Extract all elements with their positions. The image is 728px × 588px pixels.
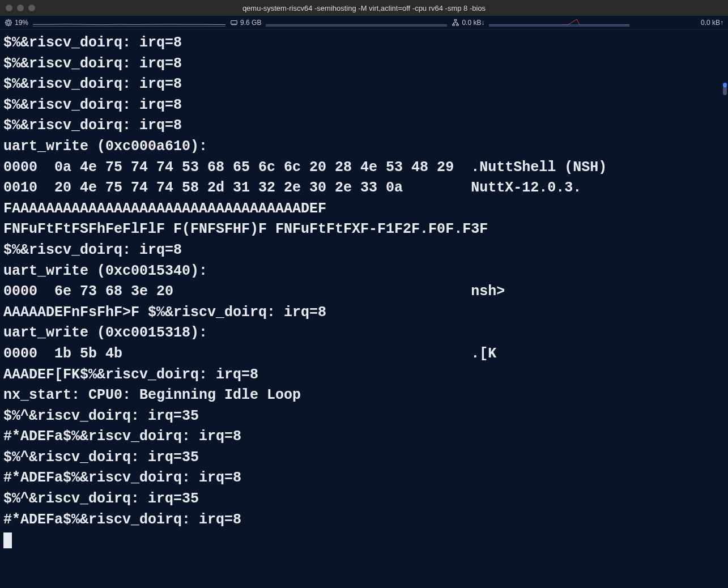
close-window-button[interactable]: [6, 5, 12, 11]
terminal-line: 0000 1b 5b 4b .[K: [3, 344, 720, 365]
terminal-line: uart_write (0xc0015318):: [3, 323, 720, 344]
terminal-line: $%&riscv_doirq: irq=8: [3, 116, 720, 137]
svg-rect-0: [6, 20, 11, 25]
terminal-line: nx_start: CPU0: Beginning Idle Loop: [3, 385, 720, 406]
terminal-line: $%&riscv_doirq: irq=8: [3, 95, 720, 116]
terminal-viewport[interactable]: $%&riscv_doirq: irq=8$%&riscv_doirq: irq…: [0, 29, 728, 588]
terminal-output[interactable]: $%&riscv_doirq: irq=8$%&riscv_doirq: irq…: [3, 33, 720, 585]
terminal-line: 0010 20 4e 75 74 74 58 2d 31 32 2e 30 2e…: [3, 178, 720, 199]
memory-stat: 9.6 GB: [230, 19, 261, 27]
terminal-line: #*ADEFa$%&riscv_doirq: irq=8: [3, 468, 720, 489]
terminal-line: 0000 6e 73 68 3e 20 nsh>: [3, 282, 720, 302]
terminal-cursor: [3, 532, 12, 548]
terminal-line: $%&riscv_doirq: irq=8: [3, 54, 720, 75]
terminal-line: FNFuFtFtFSFhFeFlFlF F(FNFSFHF)F FNFuFtFt…: [3, 219, 720, 240]
minimize-window-button[interactable]: [17, 5, 24, 11]
svg-rect-12: [453, 24, 455, 25]
terminal-line: 0000 0a 4e 75 74 74 53 68 65 6c 6c 20 28…: [3, 157, 720, 178]
memory-graph: [266, 19, 447, 27]
maximize-window-button[interactable]: [28, 5, 35, 11]
network-up-label: 0.0 kB↑: [701, 19, 723, 27]
network-graph: [489, 19, 629, 27]
network-down-label: 0.0 kB↓: [462, 19, 484, 27]
terminal-line: $%&riscv_doirq: irq=8: [3, 74, 720, 95]
window-controls: [6, 5, 35, 11]
terminal-line: $%&riscv_doirq: irq=8: [3, 33, 720, 54]
scrollbar-thumb[interactable]: [723, 86, 727, 95]
cpu-icon: [5, 19, 12, 27]
terminal-line: #*ADEFa$%&riscv_doirq: irq=8: [3, 510, 720, 531]
svg-rect-11: [455, 19, 457, 21]
svg-rect-13: [457, 24, 459, 25]
terminal-line: $%^&riscv_doirq: irq=35: [3, 489, 720, 510]
terminal-line: uart_write (0xc000a610):: [3, 137, 720, 157]
network-icon: [452, 19, 459, 27]
terminal-line: #*ADEFa$%&riscv_doirq: irq=8: [3, 427, 720, 448]
statusbar: 19% 9.6 GB 0: [0, 16, 728, 29]
terminal-line: AAADEF[FK$%&riscv_doirq: irq=8: [3, 365, 720, 386]
terminal-line: uart_write (0xc0015340):: [3, 261, 720, 282]
cpu-graph: [33, 19, 225, 27]
memory-icon: [230, 19, 238, 27]
terminal-cursor-line: [3, 530, 720, 551]
svg-rect-6: [231, 20, 237, 24]
titlebar: qemu-system-riscv64 -semihosting -M virt…: [0, 0, 728, 16]
cpu-stat: 19%: [5, 19, 28, 27]
svg-rect-1: [7, 21, 10, 23]
terminal-line: $%^&riscv_doirq: irq=35: [3, 448, 720, 468]
terminal-line: $%&riscv_doirq: irq=8: [3, 240, 720, 261]
cpu-percent-label: 19%: [15, 19, 28, 27]
memory-value-label: 9.6 GB: [240, 19, 261, 27]
scrollbar[interactable]: [723, 33, 727, 565]
network-stat: 0.0 kB↓: [452, 19, 484, 27]
terminal-line: $%^&riscv_doirq: irq=35: [3, 406, 720, 427]
terminal-line: AAAAADEFnFsFhF>F $%&riscv_doirq: irq=8: [3, 302, 720, 323]
terminal-line: FAAAAAAAAAAAAAAAAAAAAAAAAAAAAAAAAAADEF: [3, 199, 720, 220]
window-title: qemu-system-riscv64 -semihosting -M virt…: [0, 4, 728, 12]
